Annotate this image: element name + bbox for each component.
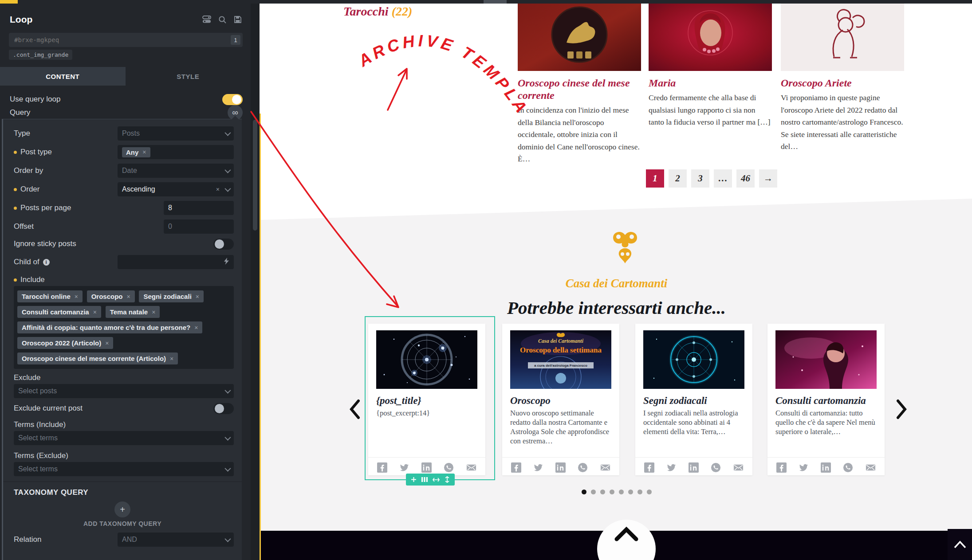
add-taxonomy-query-label[interactable]: ADD TAXONOMY QUERY <box>3 520 242 527</box>
twitter-icon[interactable] <box>533 462 543 473</box>
post-title[interactable]: Oroscopo cinese del mese corrente <box>518 77 641 102</box>
columns-icon[interactable] <box>421 477 428 482</box>
ignore-sticky-toggle[interactable] <box>213 239 234 250</box>
linkedin-icon[interactable] <box>555 462 566 473</box>
page-current[interactable]: 1 <box>646 169 664 188</box>
whatsapp-icon[interactable] <box>444 462 454 473</box>
use-query-loop-toggle[interactable] <box>222 94 243 105</box>
element-id-input[interactable] <box>9 33 243 47</box>
search-icon[interactable] <box>218 16 227 24</box>
post-type-select[interactable]: Any× <box>118 145 234 159</box>
element-settings-icon[interactable] <box>202 16 211 23</box>
card-image-oroscopo[interactable]: Casa dei Cartomanti Oroscopo della setti… <box>510 330 611 389</box>
linkedin-icon[interactable] <box>421 462 432 473</box>
exclude-current-toggle[interactable] <box>213 403 234 414</box>
linkedin-icon[interactable] <box>689 462 699 473</box>
page-3[interactable]: 3 <box>691 169 709 188</box>
post-title[interactable]: Maria <box>649 77 772 89</box>
chevron-up-icon <box>613 525 640 543</box>
remove-tag-icon[interactable]: × <box>127 293 130 300</box>
post-title[interactable]: Oroscopo Ariete <box>781 77 904 89</box>
carousel-dot[interactable] <box>591 490 596 494</box>
card-image-zodiac-wheel[interactable] <box>376 330 477 389</box>
child-of-input[interactable] <box>118 255 234 269</box>
post-image-maria[interactable] <box>649 4 772 71</box>
facebook-icon[interactable] <box>776 462 787 473</box>
remove-tag-icon[interactable]: × <box>196 293 199 300</box>
card-title[interactable]: Consulti cartomanzia <box>775 395 877 407</box>
panel-scrollbar[interactable] <box>251 4 260 560</box>
card-image-consulti[interactable] <box>775 330 877 389</box>
loop-settings-panel: Loop 1 .cont_img_grande CONTENT STYLE Us… <box>0 4 251 560</box>
carousel-dot[interactable] <box>600 490 605 494</box>
remove-tag-icon[interactable]: × <box>142 149 146 156</box>
include-tags-box[interactable]: Tarocchi online× Oroscopo× Segni zodiaca… <box>14 286 234 369</box>
resize-vertical-icon[interactable] <box>445 476 450 483</box>
clear-icon[interactable]: × <box>216 186 220 193</box>
dynamic-data-icon[interactable] <box>224 258 229 266</box>
whatsapp-icon[interactable] <box>843 462 853 473</box>
order-select[interactable]: Ascending× <box>118 182 234 196</box>
facebook-icon[interactable] <box>377 462 387 473</box>
carousel-dot[interactable] <box>610 490 614 494</box>
email-icon[interactable] <box>733 462 744 473</box>
panel-scrollbar-thumb[interactable] <box>253 120 257 231</box>
pagination: 1 2 3 … 46 → <box>646 169 777 188</box>
related-card[interactable]: Casa dei Cartomanti Oroscopo della setti… <box>502 324 619 475</box>
carousel-dot[interactable] <box>638 490 642 494</box>
facebook-icon[interactable] <box>644 462 654 473</box>
page-next-arrow[interactable]: → <box>759 169 777 188</box>
resize-horizontal-icon[interactable] <box>433 477 440 482</box>
post-image-aries[interactable] <box>781 4 904 71</box>
email-icon[interactable] <box>600 462 611 473</box>
linkedin-icon[interactable] <box>821 462 831 473</box>
card-image-segni-zodiacali[interactable] <box>643 330 744 389</box>
posts-per-page-input[interactable]: 8 <box>164 201 234 215</box>
element-class-chip[interactable]: .cont_img_grande <box>9 50 72 60</box>
save-icon[interactable] <box>234 16 242 23</box>
exclude-select[interactable]: Select posts <box>14 384 234 398</box>
terms-exclude-select[interactable]: Select terms <box>14 462 234 476</box>
terms-include-select[interactable]: Select terms <box>14 431 234 445</box>
carousel-dot[interactable] <box>628 490 633 494</box>
carousel-dot[interactable] <box>619 490 624 494</box>
carousel-dot[interactable] <box>582 490 586 494</box>
tab-content[interactable]: CONTENT <box>0 67 126 86</box>
whatsapp-icon[interactable] <box>711 462 721 473</box>
page-last[interactable]: 46 <box>736 169 755 188</box>
remove-tag-icon[interactable]: × <box>93 309 97 316</box>
carousel-dot[interactable] <box>647 490 652 494</box>
twitter-icon[interactable] <box>799 462 809 473</box>
add-element-icon[interactable] <box>411 477 417 482</box>
facebook-icon[interactable] <box>511 462 521 473</box>
add-taxonomy-query-button[interactable]: + <box>114 501 130 517</box>
remove-tag-icon[interactable]: × <box>170 355 173 362</box>
taxonomy-relation-select[interactable]: AND <box>118 533 234 547</box>
related-card[interactable]: Segni zodiacali I segni zodiacali nella … <box>635 324 752 475</box>
order-by-select[interactable]: Date <box>118 164 234 178</box>
twitter-icon[interactable] <box>666 462 677 473</box>
related-card-template[interactable]: {post_title} {post_excerpt:14} <box>368 324 485 475</box>
offset-input[interactable]: 0 <box>164 219 234 234</box>
card-title[interactable]: Segni zodiacali <box>643 395 744 407</box>
card-title[interactable]: {post_title} <box>376 395 477 407</box>
post-image-wolf[interactable] <box>518 4 641 71</box>
scroll-top-corner-button[interactable] <box>948 529 972 560</box>
email-icon[interactable] <box>466 462 477 473</box>
field-order-by-label: Order by <box>14 166 43 175</box>
card-title[interactable]: Oroscopo <box>510 395 611 407</box>
remove-tag-icon[interactable]: × <box>75 293 78 300</box>
remove-tag-icon[interactable]: × <box>152 309 155 316</box>
tab-style[interactable]: STYLE <box>126 67 251 86</box>
related-card[interactable]: Consulti cartomanzia Consulti di cartoma… <box>767 324 885 475</box>
whatsapp-icon[interactable] <box>578 462 588 473</box>
carousel-next-arrow[interactable] <box>896 399 908 421</box>
type-select[interactable]: Posts <box>118 126 234 141</box>
carousel-prev-arrow[interactable] <box>349 399 360 421</box>
email-icon[interactable] <box>865 462 876 473</box>
remove-tag-icon[interactable]: × <box>194 324 198 331</box>
page-2[interactable]: 2 <box>669 169 687 188</box>
twitter-icon[interactable] <box>399 462 409 473</box>
remove-tag-icon[interactable]: × <box>105 340 109 347</box>
include-tag: Segni zodiacali× <box>139 290 204 302</box>
